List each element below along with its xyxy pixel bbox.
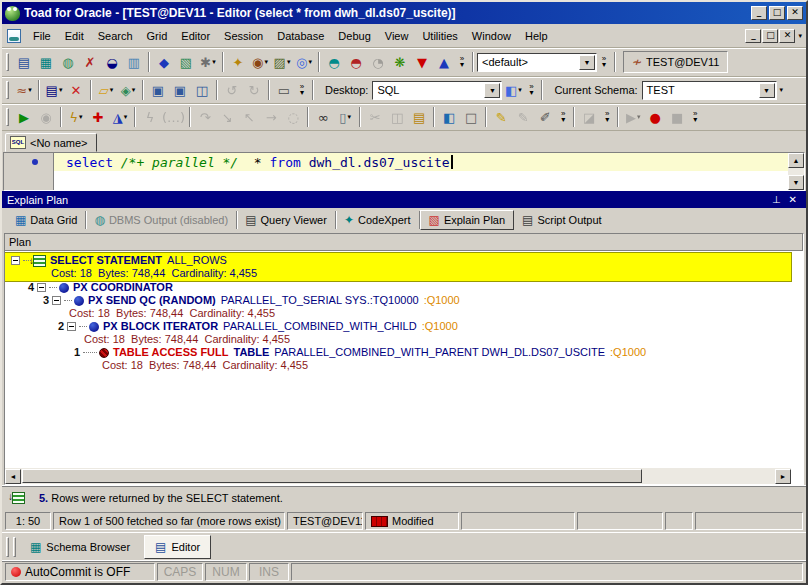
user-security-icon[interactable]: ◉▾ bbox=[249, 51, 271, 73]
new-session-icon[interactable]: ≈▾ bbox=[13, 79, 35, 101]
collapse-icon[interactable] bbox=[52, 296, 61, 305]
import-data-icon[interactable]: ▼ bbox=[411, 51, 433, 73]
toolbar-overflow-chevron[interactable]: »▾ bbox=[524, 79, 538, 101]
tab-codexpert[interactable]: ✦ CodeXpert bbox=[336, 211, 420, 229]
timer-icon[interactable]: ◔ bbox=[367, 51, 389, 73]
scroll-down-icon[interactable]: ▼ bbox=[788, 175, 804, 190]
playback-icon[interactable]: ▶▾ bbox=[622, 106, 644, 128]
scroll-right-icon[interactable]: ► bbox=[775, 469, 791, 484]
describe-icon[interactable]: ∞ bbox=[312, 106, 334, 128]
open-sql-icon[interactable]: ▤▾ bbox=[43, 79, 65, 101]
menu-editor[interactable]: Editor bbox=[174, 27, 217, 45]
execute-statement-icon[interactable]: ▶ bbox=[13, 106, 35, 128]
cancel-hand-icon[interactable]: ◉ bbox=[35, 106, 57, 128]
reports-icon[interactable]: ▨▾ bbox=[271, 51, 293, 73]
active-session-button[interactable]: ≁ TEST@DEV11 bbox=[623, 51, 728, 73]
close-button[interactable]: ✕ bbox=[787, 6, 803, 20]
collapse-icon[interactable] bbox=[11, 256, 20, 265]
team-coding-icon[interactable]: ◆ bbox=[153, 51, 175, 73]
collapse-icon[interactable] bbox=[67, 322, 76, 331]
copy-icon[interactable]: ◫ bbox=[386, 106, 408, 128]
tab-query-viewer[interactable]: ▤ Query Viewer bbox=[237, 211, 336, 229]
desktop-combo[interactable]: SQL ▼ bbox=[372, 81, 502, 100]
plan-row-px-coordinator[interactable]: 4 PX COORDINATOR bbox=[5, 281, 803, 294]
menu-help[interactable]: Help bbox=[518, 27, 555, 45]
plan-row-px-block-iterator[interactable]: 2 PX BLOCK ITERATOR PARALLEL_COMBINED_WI… bbox=[5, 320, 803, 346]
optimize-sql-icon[interactable]: ✚ bbox=[87, 106, 109, 128]
doc-tab-no-name[interactable]: SQL <No name> bbox=[5, 133, 97, 152]
print-icon[interactable]: ▭ bbox=[273, 79, 295, 101]
scrollbar-thumb[interactable] bbox=[22, 469, 642, 483]
tab-dbms-output[interactable]: ◍ DBMS Output (disabled) bbox=[86, 211, 237, 229]
plan-row-table-access-full[interactable]: 1 TABLE ACCESS FULL TABLE PARALLEL_COMBI… bbox=[5, 346, 803, 372]
tab-script-output[interactable]: ▤ Script Output bbox=[514, 211, 610, 229]
toolbar-grip[interactable] bbox=[6, 108, 9, 126]
plan-horizontal-scrollbar[interactable]: ◄ ► bbox=[5, 468, 791, 484]
options-gear-icon[interactable]: ✱▾ bbox=[197, 51, 219, 73]
menu-search[interactable]: Search bbox=[91, 27, 140, 45]
find-replace-icon[interactable]: ✐ bbox=[534, 106, 556, 128]
plan-row-select-statement[interactable]: SELECT STATEMENT ALL_ROWS Cost: 18 Bytes… bbox=[5, 253, 791, 281]
menu-edit[interactable]: Edit bbox=[58, 27, 91, 45]
sql-statement-line[interactable]: select /*+ parallel */ * from dwh_dl.ds0… bbox=[54, 153, 788, 171]
toolbar-overflow-chevron[interactable]: »▾ bbox=[295, 79, 309, 101]
menu-utilities[interactable]: Utilities bbox=[415, 27, 464, 45]
highlight-alt-icon[interactable]: ✎ bbox=[512, 106, 534, 128]
wizard-icon[interactable]: ✦ bbox=[227, 51, 249, 73]
menu-debug[interactable]: Debug bbox=[331, 27, 377, 45]
new-editor-icon[interactable]: ▤ bbox=[13, 51, 35, 73]
menu-window[interactable]: Window bbox=[465, 27, 518, 45]
save-db-icon[interactable]: ◓ bbox=[345, 51, 367, 73]
toolbar-overflow-chevron[interactable]: »▾ bbox=[600, 106, 614, 128]
code-area[interactable]: select /*+ parallel */ * from dwh_dl.ds0… bbox=[54, 153, 788, 190]
toolbar-grip[interactable] bbox=[6, 53, 9, 71]
sql-tracker-icon[interactable]: ◒ bbox=[101, 51, 123, 73]
bug-icon[interactable]: ❋ bbox=[389, 51, 411, 73]
panel-close-icon[interactable]: ✕ bbox=[785, 194, 801, 205]
mdi-close-button[interactable]: ✕ bbox=[779, 29, 795, 43]
step-into-icon[interactable]: ↘ bbox=[216, 106, 238, 128]
combo-arrow-icon[interactable]: ▼ bbox=[484, 83, 500, 98]
schema-browser-icon[interactable]: ▦ bbox=[35, 51, 57, 73]
execute-script-icon[interactable]: ϟ▾ bbox=[65, 106, 87, 128]
save-icon[interactable]: ▣ bbox=[147, 79, 169, 101]
sql-editor[interactable]: select /*+ parallel */ * from dwh_dl.ds0… bbox=[3, 152, 805, 191]
build-icon[interactable]: ◈▾ bbox=[117, 79, 139, 101]
explain-plan-run-icon[interactable]: ◮▾ bbox=[109, 106, 131, 128]
object-palette-icon[interactable]: ▥ bbox=[123, 51, 145, 73]
window-tab-schema-browser[interactable]: ▦ Schema Browser bbox=[20, 535, 140, 559]
run-to-cursor-icon[interactable]: → bbox=[260, 106, 282, 128]
menu-file[interactable]: File bbox=[26, 27, 58, 45]
window-tab-editor[interactable]: ▤ Editor bbox=[144, 535, 211, 559]
save-all-icon[interactable]: ◫ bbox=[191, 79, 213, 101]
current-schema-combo[interactable]: TEST ▼ bbox=[642, 81, 777, 100]
record-macro-icon[interactable]: ● bbox=[644, 106, 666, 128]
redo-icon[interactable]: ↻ bbox=[243, 79, 265, 101]
compile-icon[interactable]: ϟ bbox=[139, 106, 161, 128]
stop-macro-icon[interactable]: ■ bbox=[666, 106, 688, 128]
pin-icon[interactable]: ⊥ bbox=[768, 194, 785, 205]
open-folder-icon[interactable]: ▱▾ bbox=[95, 79, 117, 101]
toolbar-overflow-chevron[interactable]: »▾ bbox=[597, 51, 611, 73]
menu-grid[interactable]: Grid bbox=[140, 27, 175, 45]
menu-view[interactable]: View bbox=[378, 27, 416, 45]
menubar-more-icon[interactable]: ▾ bbox=[796, 32, 804, 40]
menu-database[interactable]: Database bbox=[270, 27, 331, 45]
scroll-up-icon[interactable]: ▲ bbox=[788, 153, 804, 168]
export-data-icon[interactable]: ▲ bbox=[433, 51, 455, 73]
new-document-icon[interactable]: □ bbox=[460, 106, 482, 128]
editor-vertical-scrollbar[interactable]: ▲ ▼ bbox=[788, 153, 804, 190]
desktop-config-icon[interactable]: ◧▾ bbox=[502, 79, 524, 101]
profile-db-icon[interactable]: ◎▾ bbox=[293, 51, 315, 73]
plan-column-header[interactable]: Plan bbox=[5, 234, 803, 251]
step-out-icon[interactable]: ↖ bbox=[238, 106, 260, 128]
compare-files-icon[interactable]: ◧ bbox=[438, 106, 460, 128]
named-sql-combo[interactable]: <default> ▼ bbox=[477, 53, 597, 72]
tab-data-grid[interactable]: ▦ Data Grid bbox=[7, 211, 86, 229]
toolbar-grip[interactable] bbox=[6, 81, 9, 99]
mdi-restore-button[interactable]: □ bbox=[762, 29, 778, 43]
cut-icon[interactable]: ✂ bbox=[364, 106, 386, 128]
combo-arrow-icon[interactable]: ▼ bbox=[579, 55, 595, 70]
save-as-icon[interactable]: ▣ bbox=[169, 79, 191, 101]
report-manager-icon[interactable]: ▧ bbox=[175, 51, 197, 73]
